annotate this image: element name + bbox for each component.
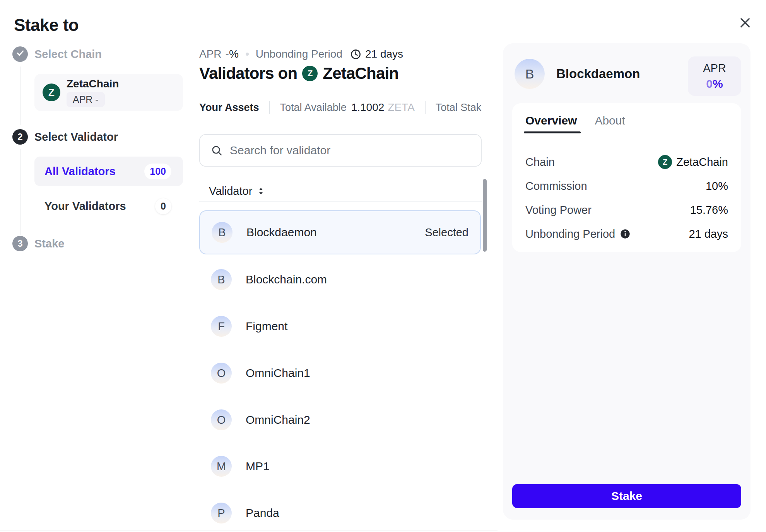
- validator-row[interactable]: F Figment: [199, 316, 481, 337]
- detail-row-commission: Commission 10%: [525, 177, 728, 194]
- detail-row-unbonding: Unbonding Period 21 days: [525, 225, 728, 242]
- validator-name: OmniChain2: [246, 413, 310, 426]
- divider: [269, 101, 270, 114]
- zetachain-logo-icon: Z: [43, 84, 60, 101]
- divider: [425, 101, 426, 114]
- voting-power-label: Voting Power: [525, 204, 592, 217]
- detail-avatar: B: [515, 59, 545, 89]
- validator-row[interactable]: M MP1: [199, 456, 481, 477]
- stepper-connector-2: [20, 149, 21, 235]
- commission-value: 10%: [706, 180, 728, 193]
- zetachain-logo-icon: Z: [658, 155, 672, 169]
- step-3-label: Stake: [34, 238, 64, 249]
- chain-name: ZetaChain: [67, 78, 119, 90]
- chain-meta-row: APR -% Unbonding Period 21 days: [199, 47, 403, 61]
- total-available-unit: ZETA: [388, 101, 414, 114]
- stepper-connector-1: [20, 66, 21, 125]
- detail-row-chain: Chain Z ZetaChain: [525, 153, 728, 171]
- search-icon: [211, 145, 230, 157]
- meta-apr-value: -%: [226, 48, 239, 60]
- detail-apr-unit: %: [713, 77, 723, 90]
- validator-row[interactable]: O OmniChain2: [199, 409, 481, 430]
- meta-unbonding-label: Unbonding Period: [256, 48, 342, 60]
- validator-avatar: P: [211, 503, 232, 523]
- chain-label: Chain: [525, 156, 555, 169]
- selected-chain-card[interactable]: Z ZetaChain APR -: [34, 74, 183, 111]
- filter-all-count-badge: 100: [144, 164, 171, 179]
- assets-summary-row: Your Assets Total Available 1.1002 ZETA …: [199, 100, 489, 115]
- step-1-label: Select Chain: [34, 48, 102, 60]
- validator-detail-panel: B Blockdaemon APR 0% Overview About Chai…: [503, 43, 751, 520]
- step-2-label: Select Validator: [34, 131, 118, 143]
- validator-row[interactable]: P Panda: [199, 503, 481, 523]
- filter-your-count-badge: 0: [155, 198, 171, 214]
- total-available-value: 1.1002: [351, 101, 385, 114]
- validator-avatar: B: [211, 269, 232, 290]
- info-icon[interactable]: [620, 228, 631, 239]
- sort-icon: [256, 186, 266, 196]
- step-2-circle: 2: [12, 129, 28, 145]
- filter-all-validators[interactable]: All Validators 100: [34, 157, 183, 186]
- filter-your-validators[interactable]: Your Validators 0: [34, 191, 183, 221]
- detail-row-voting-power: Voting Power 15.76%: [525, 201, 728, 218]
- chain-value: ZetaChain: [676, 156, 728, 169]
- validator-name: MP1: [246, 460, 270, 473]
- search-input[interactable]: [230, 144, 462, 157]
- validator-name: OmniChain1: [246, 367, 310, 380]
- unbonding-label: Unbonding Period: [525, 228, 615, 240]
- check-icon: [15, 48, 25, 60]
- tab-overview[interactable]: Overview: [525, 114, 577, 133]
- detail-validator-name: Blockdaemon: [556, 66, 640, 81]
- filter-your-label: Your Validators: [44, 200, 126, 213]
- list-divider: [199, 201, 482, 202]
- chain-apr-chip: APR -: [67, 92, 105, 107]
- validator-header-label: Validator: [209, 185, 252, 198]
- clock-icon: [350, 49, 361, 60]
- page-title: Validators on Z ZetaChain: [199, 64, 398, 83]
- voting-power-value: 15.76%: [690, 204, 728, 217]
- validator-row-selected[interactable]: B Blockdaemon Selected: [199, 210, 481, 254]
- validator-avatar: M: [211, 456, 232, 477]
- title-chain: ZetaChain: [323, 64, 398, 83]
- list-scrollbar[interactable]: [483, 179, 487, 252]
- validator-avatar: O: [211, 363, 232, 384]
- close-button[interactable]: [735, 13, 755, 33]
- selected-badge: Selected: [425, 226, 468, 239]
- validator-avatar: O: [211, 409, 232, 430]
- detail-apr-card: APR 0%: [688, 56, 741, 96]
- validator-row[interactable]: O OmniChain1: [199, 363, 481, 384]
- validator-search[interactable]: [199, 134, 482, 167]
- close-icon: [738, 16, 752, 31]
- modal-title: Stake to: [14, 15, 79, 35]
- title-prefix: Validators on: [199, 64, 297, 83]
- dot-separator: [246, 53, 249, 56]
- total-available-label: Total Available: [280, 102, 347, 114]
- stake-button[interactable]: Stake: [512, 484, 741, 508]
- unbonding-value: 21 days: [689, 228, 728, 240]
- step-3-circle: 3: [12, 236, 28, 251]
- step-1-circle: [12, 46, 28, 62]
- validator-avatar: F: [211, 316, 232, 337]
- validator-name: Figment: [246, 320, 287, 333]
- validator-avatar: B: [212, 222, 233, 243]
- validator-name: Panda: [246, 506, 279, 520]
- validator-row[interactable]: B Blockchain.com: [199, 269, 481, 290]
- your-assets-label: Your Assets: [199, 102, 259, 114]
- filter-all-label: All Validators: [44, 165, 116, 178]
- tab-about[interactable]: About: [595, 114, 625, 133]
- meta-apr-label: APR: [199, 48, 222, 60]
- validator-name: Blockdaemon: [246, 226, 317, 239]
- detail-tabs: Overview About: [525, 114, 728, 133]
- validator-name: Blockchain.com: [246, 273, 327, 286]
- detail-apr-label: APR: [703, 62, 726, 75]
- detail-apr-value: 0: [706, 77, 713, 90]
- detail-card: Overview About Chain Z ZetaChain Commiss…: [512, 103, 741, 252]
- validator-column-header[interactable]: Validator: [209, 185, 266, 198]
- zetachain-logo-icon: Z: [302, 66, 318, 81]
- meta-unbonding-value: 21 days: [365, 48, 403, 60]
- total-staked-label: Total Stak: [436, 102, 482, 114]
- commission-label: Commission: [525, 180, 587, 193]
- modal-bottom-edge: [0, 530, 498, 530]
